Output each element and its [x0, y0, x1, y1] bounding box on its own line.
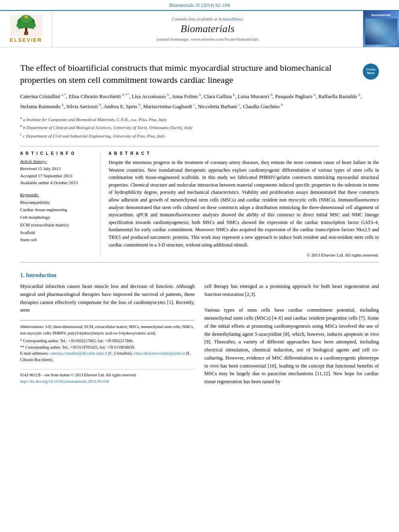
accepted-date: Accepted 17 September 2013 [20, 173, 94, 180]
crossmark-icon: CrossMark [363, 64, 379, 80]
article-title-section: CrossMark The effect of bioartificial co… [20, 62, 379, 86]
abstract-heading: A B S T R A C T [109, 151, 379, 156]
doi-link: http://dx.doi.org/10.1016/j.biomaterials… [20, 378, 195, 385]
intro-right-text: cell therapy has emerged as a promising … [204, 283, 379, 386]
keyword-1: Biocompatibility [20, 199, 94, 206]
available-online-date: Available online 4 October 2013 [20, 179, 94, 187]
email-addresses: E-mail addresses: caterina.cristallini@d… [20, 350, 195, 363]
journal-header: ELSEVIER Contents lists available at Sci… [0, 10, 399, 47]
journal-citation: Biomaterials 35 (2014) 92–104 [0, 0, 399, 10]
corresponding-author-1: * Corresponding author. Tel.: +39 050221… [20, 338, 195, 344]
introduction-heading: 1. Introduction [20, 272, 379, 279]
abstract-column: A B S T R A C T Despite the enormous pro… [109, 151, 379, 257]
elsevier-label: ELSEVIER [10, 37, 42, 43]
svg-point-7 [25, 15, 28, 18]
keyword-2: Cardiac tissue engineering [20, 206, 94, 214]
abstract-text: Despite the enormous progress in the tre… [109, 159, 379, 249]
divider-2 [20, 262, 379, 263]
doi-anchor[interactable]: http://dx.doi.org/10.1016/j.biomaterials… [20, 379, 109, 384]
bottom-strip: 0142-9612/$ – see front matter © 2013 El… [20, 369, 195, 385]
crossmark-badge-container: CrossMark [363, 64, 379, 80]
email-link-1[interactable]: caterina.cristallini@diccism.unipi.it [49, 351, 107, 355]
journal-cover: Biomaterials [363, 11, 399, 47]
introduction-two-col: Myocardial infarction causes heart muscl… [20, 283, 379, 386]
keyword-5: Scaffold [20, 229, 94, 236]
keyword-4: ECM (extracellular matrix) [20, 221, 94, 229]
affiliation-b: b b Department of Clinical and Biologica… [20, 123, 379, 131]
article-body: CrossMark The effect of bioartificial co… [0, 47, 399, 394]
intro-left-col: Myocardial infarction causes heart muscl… [20, 283, 195, 386]
article-history: Article history: Received 15 July 2013 A… [20, 159, 94, 187]
email-link-2[interactable]: elisa.cibrariorocchietti@unito.it [134, 351, 185, 355]
elsevier-logo: ELSEVIER [0, 11, 52, 47]
intro-left-text: Myocardial infarction causes heart muscl… [20, 283, 195, 314]
article-info-heading: A R T I C L E I N F O [20, 151, 94, 156]
intro-right-col: cell therapy has emerged as a promising … [204, 283, 379, 386]
article-info-column: A R T I C L E I N F O Article history: R… [20, 151, 101, 257]
journal-center-info: Contents lists available at ScienceDirec… [52, 11, 363, 47]
corresponding-author-2: ** Corresponding author. Tel.: +39 01167… [20, 344, 195, 351]
keyword-6: Stem cell [20, 236, 94, 244]
cover-title-label: Biomaterials [371, 13, 391, 17]
keyword-3: Cell morphology [20, 214, 94, 221]
issn-notice: 0142-9612/$ – see front matter © 2013 El… [20, 372, 195, 378]
copyright-notice: © 2013 Elsevier Ltd. All rights reserved… [109, 253, 379, 257]
received-date: Received 15 July 2013 [20, 165, 94, 173]
journal-name: Biomaterials [181, 23, 234, 35]
journal-homepage: journal homepage: www.elsevier.com/locat… [157, 37, 259, 41]
abbreviations-note: Abbreviations: 3-D, three-dimensional; E… [20, 324, 195, 336]
affiliations: a a Institute for Composite and Biomedic… [20, 115, 379, 140]
authors-list: Caterina Cristallini a,*, Elisa Cibrario… [20, 91, 379, 111]
crossmark-label: CrossMark [366, 68, 376, 75]
keywords-section: Keywords: Biocompatibility Cardiac tissu… [20, 192, 94, 244]
keywords-title: Keywords: [20, 192, 94, 197]
footnotes: Abbreviations: 3-D, three-dimensional; E… [20, 320, 195, 363]
affiliation-a: a a Institute for Composite and Biomedic… [20, 115, 379, 123]
article-title: The effect of bioartificial constructs t… [20, 62, 379, 86]
sciencedirect-notice: Contents lists available at ScienceDirec… [172, 16, 243, 21]
divider-1 [20, 146, 379, 146]
article-info-abstract: A R T I C L E I N F O Article history: R… [20, 151, 379, 257]
elsevier-tree-icon [10, 15, 42, 37]
introduction-section: 1. Introduction Myocardial infarction ca… [20, 272, 379, 386]
affiliation-c: c c Department of Civil and Industrial E… [20, 131, 379, 140]
sciencedirect-link[interactable]: ScienceDirect [218, 16, 243, 21]
cover-texture [365, 18, 397, 45]
history-title: Article history: [20, 159, 94, 164]
